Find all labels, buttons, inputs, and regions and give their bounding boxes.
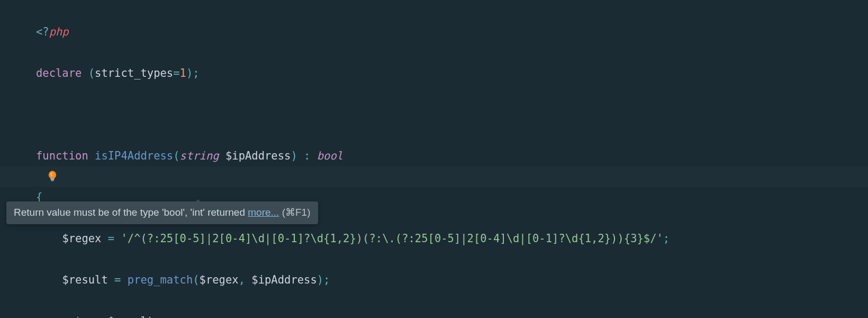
php-open-tag: <?php — [36, 25, 69, 38]
code-line[interactable]: <?php — [36, 22, 868, 42]
code-line[interactable]: return $result; — [36, 311, 868, 318]
code-line[interactable]: declare (strict_types=1); — [36, 63, 868, 84]
lightbulb-icon[interactable] — [48, 170, 57, 182]
inspection-tooltip: Return value must be of the type 'bool',… — [6, 201, 318, 224]
tooltip-more-link[interactable]: more... — [248, 207, 279, 218]
tooltip-shortcut: (⌘F1) — [279, 207, 310, 218]
code-editor[interactable]: <?php declare (strict_types=1); function… — [36, 1, 868, 318]
svg-point-0 — [49, 171, 56, 179]
code-line-blank[interactable] — [36, 104, 868, 125]
code-line[interactable]: function isIP4Address(string $ipAddress)… — [36, 146, 868, 166]
tooltip-text: Return value must be of the type 'bool',… — [14, 207, 248, 218]
code-line[interactable]: $result = preg_match($regex, $ipAddress)… — [36, 270, 868, 290]
svg-rect-1 — [51, 180, 54, 181]
inspection-error[interactable]: return $result; — [62, 315, 160, 318]
code-line[interactable]: $regex = '/^(?:25[0-5]|2[0-4]\d|[0-1]?\d… — [36, 228, 868, 249]
